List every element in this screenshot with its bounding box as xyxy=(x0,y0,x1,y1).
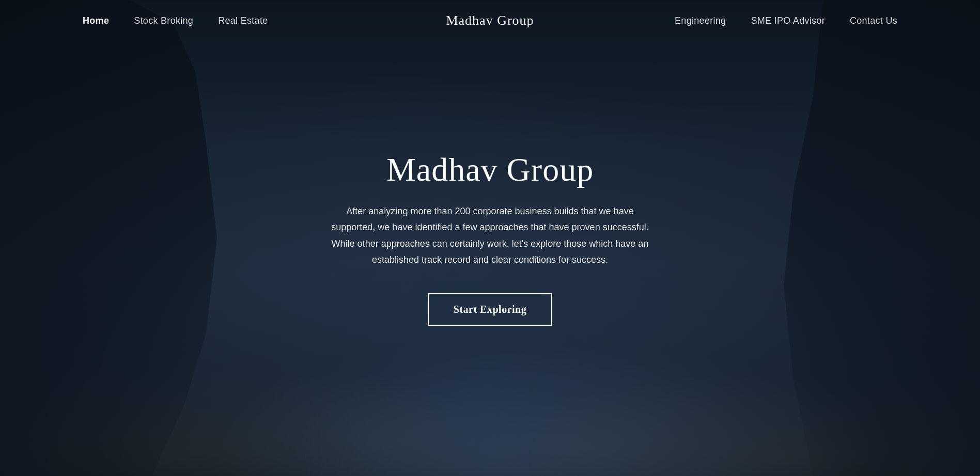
nav-left: Home Stock Broking Real Estate xyxy=(83,15,268,26)
hero-content: Madhav Group After analyzing more than 2… xyxy=(315,151,666,326)
nav-real-estate[interactable]: Real Estate xyxy=(218,15,268,26)
hero-section: Home Stock Broking Real Estate Madhav Gr… xyxy=(0,0,980,476)
nav-stock-broking[interactable]: Stock Broking xyxy=(134,15,193,26)
hero-title: Madhav Group xyxy=(325,151,656,189)
start-exploring-button[interactable]: Start Exploring xyxy=(428,293,552,326)
nav-sme-ipo-advisor[interactable]: SME IPO Advisor xyxy=(751,15,825,26)
navbar: Home Stock Broking Real Estate Madhav Gr… xyxy=(0,0,980,41)
hero-description: After analyzing more than 200 corporate … xyxy=(325,203,656,268)
nav-home[interactable]: Home xyxy=(83,15,109,26)
brand-name: Madhav Group xyxy=(446,13,534,28)
nav-contact-us[interactable]: Contact Us xyxy=(850,15,897,26)
nav-brand-center: Madhav Group xyxy=(446,13,534,28)
nav-right: Engineering SME IPO Advisor Contact Us xyxy=(675,15,897,26)
nav-engineering[interactable]: Engineering xyxy=(675,15,726,26)
